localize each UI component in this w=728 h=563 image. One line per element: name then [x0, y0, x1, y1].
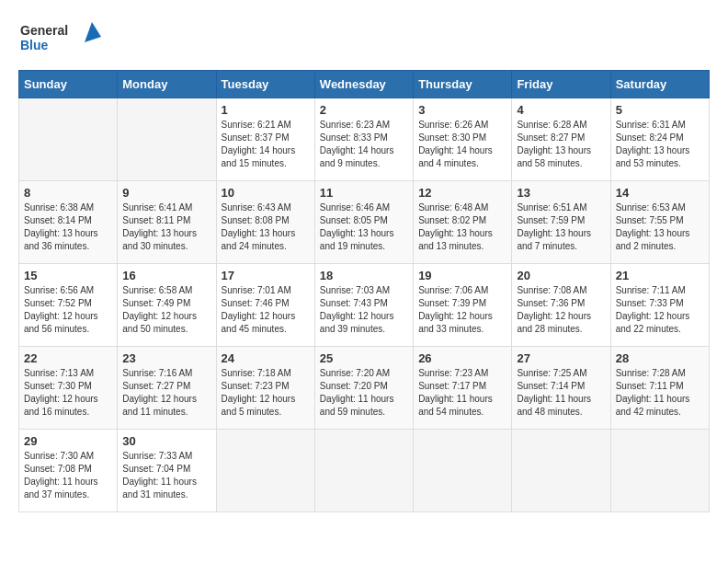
page-header: General Blue — [18, 18, 710, 55]
header-wednesday: Wednesday — [314, 71, 413, 98]
calendar-week-2: 8Sunrise: 6:38 AMSunset: 8:14 PMDaylight… — [19, 181, 710, 264]
logo-svg: General Blue — [18, 18, 101, 55]
day-number: 14 — [616, 186, 704, 200]
calendar-cell: 17Sunrise: 7:01 AMSunset: 7:46 PMDayligh… — [216, 264, 314, 347]
calendar-cell: 29Sunrise: 7:30 AMSunset: 7:08 PMDayligh… — [19, 430, 118, 512]
calendar-table: SundayMondayTuesdayWednesdayThursdayFrid… — [18, 70, 710, 512]
calendar-cell: 21Sunrise: 7:11 AMSunset: 7:33 PMDayligh… — [610, 264, 709, 347]
calendar-cell: 9Sunrise: 6:41 AMSunset: 8:11 PMDaylight… — [118, 181, 216, 264]
calendar-cell: 18Sunrise: 7:03 AMSunset: 7:43 PMDayligh… — [314, 264, 413, 347]
svg-marker-2 — [85, 22, 101, 42]
day-info: Sunrise: 7:25 AMSunset: 7:14 PMDaylight:… — [517, 367, 605, 419]
calendar-cell: 16Sunrise: 6:58 AMSunset: 7:49 PMDayligh… — [118, 264, 216, 347]
calendar-cell: 2Sunrise: 6:23 AMSunset: 8:33 PMDaylight… — [314, 98, 413, 181]
calendar-cell — [118, 98, 216, 181]
header-tuesday: Tuesday — [216, 71, 314, 98]
calendar-cell: 24Sunrise: 7:18 AMSunset: 7:23 PMDayligh… — [216, 347, 314, 430]
day-info: Sunrise: 7:28 AMSunset: 7:11 PMDaylight:… — [616, 367, 704, 419]
day-info: Sunrise: 6:48 AMSunset: 8:02 PMDaylight:… — [418, 201, 506, 253]
day-info: Sunrise: 7:16 AMSunset: 7:27 PMDaylight:… — [122, 367, 210, 419]
calendar-cell: 15Sunrise: 6:56 AMSunset: 7:52 PMDayligh… — [19, 264, 118, 347]
calendar-cell — [314, 430, 413, 512]
calendar-cell: 8Sunrise: 6:38 AMSunset: 8:14 PMDaylight… — [19, 181, 118, 264]
calendar-cell: 4Sunrise: 6:28 AMSunset: 8:27 PMDaylight… — [512, 98, 610, 181]
svg-text:General: General — [20, 23, 68, 38]
day-number: 30 — [122, 434, 210, 448]
day-info: Sunrise: 7:13 AMSunset: 7:30 PMDaylight:… — [24, 367, 112, 419]
logo: General Blue — [18, 18, 101, 55]
calendar-cell: 12Sunrise: 6:48 AMSunset: 8:02 PMDayligh… — [414, 181, 512, 264]
header-monday: Monday — [118, 71, 216, 98]
day-number: 21 — [616, 269, 704, 282]
header-friday: Friday — [512, 71, 610, 98]
day-info: Sunrise: 6:23 AMSunset: 8:33 PMDaylight:… — [320, 119, 408, 170]
day-number: 9 — [122, 186, 210, 200]
header-sunday: Sunday — [19, 71, 118, 98]
day-number: 23 — [122, 351, 210, 365]
day-info: Sunrise: 6:43 AMSunset: 8:08 PMDaylight:… — [222, 201, 310, 253]
calendar-cell: 14Sunrise: 6:53 AMSunset: 7:55 PMDayligh… — [610, 181, 709, 264]
day-info: Sunrise: 7:11 AMSunset: 7:33 PMDaylight:… — [616, 284, 704, 336]
calendar-cell: 23Sunrise: 7:16 AMSunset: 7:27 PMDayligh… — [118, 347, 216, 430]
day-number: 22 — [24, 351, 112, 365]
day-info: Sunrise: 6:38 AMSunset: 8:14 PMDaylight:… — [24, 201, 112, 253]
day-info: Sunrise: 6:53 AMSunset: 7:55 PMDaylight:… — [616, 201, 704, 253]
day-number: 4 — [517, 103, 605, 117]
calendar-cell — [19, 98, 118, 181]
day-number: 27 — [517, 351, 605, 365]
day-info: Sunrise: 7:18 AMSunset: 7:23 PMDaylight:… — [222, 367, 310, 419]
calendar-cell: 19Sunrise: 7:06 AMSunset: 7:39 PMDayligh… — [414, 264, 512, 347]
day-number: 11 — [320, 186, 408, 200]
calendar-cell: 5Sunrise: 6:31 AMSunset: 8:24 PMDaylight… — [610, 98, 709, 181]
day-number: 25 — [320, 351, 408, 365]
day-number: 8 — [24, 186, 112, 200]
calendar-cell: 30Sunrise: 7:33 AMSunset: 7:04 PMDayligh… — [118, 430, 216, 512]
header-saturday: Saturday — [610, 71, 709, 98]
calendar-cell: 20Sunrise: 7:08 AMSunset: 7:36 PMDayligh… — [512, 264, 610, 347]
day-number: 17 — [222, 269, 310, 282]
day-number: 10 — [222, 186, 310, 200]
day-number: 5 — [616, 103, 704, 117]
day-number: 13 — [517, 186, 605, 200]
calendar-week-1: 1Sunrise: 6:21 AMSunset: 8:37 PMDaylight… — [19, 98, 710, 181]
calendar-cell: 13Sunrise: 6:51 AMSunset: 7:59 PMDayligh… — [512, 181, 610, 264]
day-number: 3 — [418, 103, 506, 117]
calendar-cell: 22Sunrise: 7:13 AMSunset: 7:30 PMDayligh… — [19, 347, 118, 430]
day-info: Sunrise: 6:56 AMSunset: 7:52 PMDaylight:… — [24, 284, 112, 336]
calendar-cell: 3Sunrise: 6:26 AMSunset: 8:30 PMDaylight… — [414, 98, 512, 181]
day-number: 1 — [222, 103, 310, 117]
day-number: 26 — [418, 351, 506, 365]
calendar-cell: 28Sunrise: 7:28 AMSunset: 7:11 PMDayligh… — [610, 347, 709, 430]
day-number: 29 — [24, 434, 112, 448]
calendar-cell: 11Sunrise: 6:46 AMSunset: 8:05 PMDayligh… — [314, 181, 413, 264]
day-info: Sunrise: 6:31 AMSunset: 8:24 PMDaylight:… — [616, 119, 704, 170]
calendar-cell: 1Sunrise: 6:21 AMSunset: 8:37 PMDaylight… — [216, 98, 314, 181]
calendar-header-row: SundayMondayTuesdayWednesdayThursdayFrid… — [19, 71, 710, 98]
day-info: Sunrise: 7:01 AMSunset: 7:46 PMDaylight:… — [222, 284, 310, 336]
calendar-cell: 26Sunrise: 7:23 AMSunset: 7:17 PMDayligh… — [414, 347, 512, 430]
day-number: 24 — [222, 351, 310, 365]
day-number: 12 — [418, 186, 506, 200]
day-info: Sunrise: 6:28 AMSunset: 8:27 PMDaylight:… — [517, 119, 605, 170]
day-info: Sunrise: 7:06 AMSunset: 7:39 PMDaylight:… — [418, 284, 506, 336]
day-info: Sunrise: 7:03 AMSunset: 7:43 PMDaylight:… — [320, 284, 408, 336]
calendar-week-5: 29Sunrise: 7:30 AMSunset: 7:08 PMDayligh… — [19, 430, 710, 512]
day-number: 2 — [320, 103, 408, 117]
header-thursday: Thursday — [414, 71, 512, 98]
day-info: Sunrise: 6:41 AMSunset: 8:11 PMDaylight:… — [122, 201, 210, 253]
day-info: Sunrise: 7:08 AMSunset: 7:36 PMDaylight:… — [517, 284, 605, 336]
day-info: Sunrise: 7:33 AMSunset: 7:04 PMDaylight:… — [122, 450, 210, 501]
calendar-cell — [216, 430, 314, 512]
calendar-cell — [512, 430, 610, 512]
day-info: Sunrise: 6:21 AMSunset: 8:37 PMDaylight:… — [222, 119, 310, 170]
day-info: Sunrise: 6:26 AMSunset: 8:30 PMDaylight:… — [418, 119, 506, 170]
day-info: Sunrise: 7:30 AMSunset: 7:08 PMDaylight:… — [24, 450, 112, 501]
calendar-cell — [414, 430, 512, 512]
calendar-cell: 10Sunrise: 6:43 AMSunset: 8:08 PMDayligh… — [216, 181, 314, 264]
day-info: Sunrise: 6:46 AMSunset: 8:05 PMDaylight:… — [320, 201, 408, 253]
day-number: 18 — [320, 269, 408, 282]
day-info: Sunrise: 7:23 AMSunset: 7:17 PMDaylight:… — [418, 367, 506, 419]
day-number: 15 — [24, 269, 112, 282]
calendar-week-4: 22Sunrise: 7:13 AMSunset: 7:30 PMDayligh… — [19, 347, 710, 430]
day-number: 16 — [122, 269, 210, 282]
